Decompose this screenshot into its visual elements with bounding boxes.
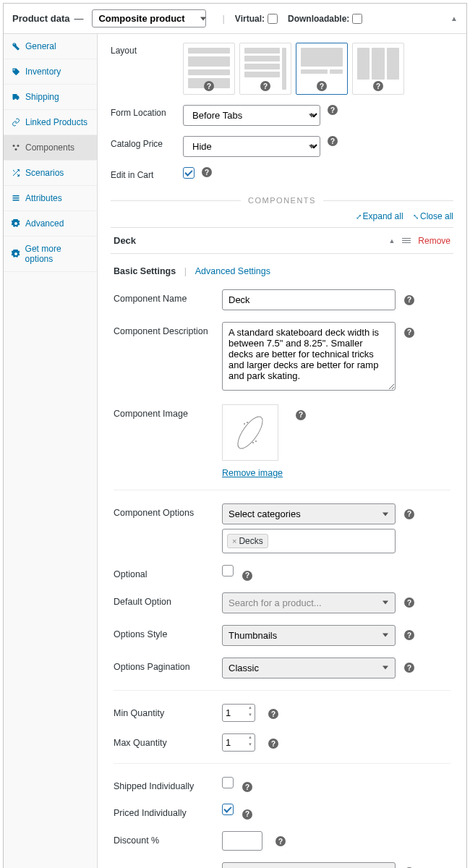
expand-all-link[interactable]: ⤢Expand all xyxy=(356,211,403,221)
svg-rect-3 xyxy=(13,195,20,197)
component-header[interactable]: Deck ▲ Remove xyxy=(111,228,453,254)
component-options-select[interactable]: Select categories xyxy=(222,503,396,524)
drag-handle-icon[interactable] xyxy=(402,238,411,243)
tab-shipping[interactable]: Shipping xyxy=(4,85,97,110)
svg-point-7 xyxy=(244,423,245,425)
discount-label: Discount % xyxy=(114,831,222,846)
gear-icon xyxy=(11,218,21,229)
product-type-select[interactable]: Composite product xyxy=(92,9,206,27)
tab-components[interactable]: Components xyxy=(4,135,97,161)
option-prices-label: Option Prices xyxy=(114,862,222,869)
component-deck: Deck ▲ Remove Basic Settings | Advanced … xyxy=(111,227,453,868)
layout-option-3[interactable]: ? xyxy=(296,43,348,95)
downloadable-toggle[interactable]: Downloadable: xyxy=(288,14,362,24)
remove-image-link[interactable]: Remove image xyxy=(222,468,283,478)
help-icon[interactable]: ? xyxy=(317,81,327,91)
help-icon[interactable]: ? xyxy=(328,136,338,146)
svg-rect-5 xyxy=(13,200,20,201)
help-icon[interactable]: ? xyxy=(296,410,306,420)
tab-scenarios[interactable]: Scenarios xyxy=(4,161,97,186)
stepper-down-icon[interactable]: ▼ xyxy=(247,742,254,750)
panel-header: Product data — Composite product | Virtu… xyxy=(4,4,466,34)
tab-advanced[interactable]: Advanced xyxy=(4,211,97,237)
help-icon[interactable]: ? xyxy=(242,782,252,792)
tab-get-more[interactable]: Get more options xyxy=(4,237,97,272)
stepper-up-icon[interactable]: ▲ xyxy=(247,735,254,743)
layout-option-4[interactable]: ? xyxy=(352,43,404,95)
move-up-icon[interactable]: ▲ xyxy=(388,237,395,244)
options-style-select[interactable]: Thumbnails xyxy=(222,625,396,646)
svg-point-2 xyxy=(15,148,17,150)
help-icon[interactable]: ? xyxy=(202,167,212,177)
product-data-panel: Product data — Composite product | Virtu… xyxy=(3,3,467,868)
help-icon[interactable]: ? xyxy=(275,836,286,846)
help-icon[interactable]: ? xyxy=(404,509,414,519)
collapse-panel-icon[interactable]: ▲ xyxy=(450,14,458,22)
link-icon xyxy=(11,117,21,127)
product-data-tabs: General Inventory Shipping Linked Produc… xyxy=(4,34,98,868)
layout-option-1[interactable]: ? xyxy=(183,43,235,95)
shipped-individually-label: Shipped Individually xyxy=(114,777,222,791)
option-prices-select[interactable]: Absolute xyxy=(222,862,396,869)
shuffle-icon xyxy=(11,168,21,178)
options-pagination-select[interactable]: Classic xyxy=(222,658,396,678)
help-icon[interactable]: ? xyxy=(242,809,252,820)
default-option-label: Default Option xyxy=(114,592,222,607)
help-icon[interactable]: ? xyxy=(404,328,414,338)
tab-linked-products[interactable]: Linked Products xyxy=(4,110,97,135)
form-location-label: Form Location xyxy=(111,105,183,118)
virtual-checkbox[interactable] xyxy=(268,14,278,24)
help-icon[interactable]: ? xyxy=(260,81,270,91)
help-icon[interactable]: ? xyxy=(328,105,338,115)
min-quantity-label: Min Quantity xyxy=(114,704,222,718)
category-tag-box[interactable]: ×Decks xyxy=(222,529,396,553)
basic-settings-tab[interactable]: Basic Settings xyxy=(114,266,176,276)
separator: | xyxy=(222,13,224,24)
virtual-toggle[interactable]: Virtual: xyxy=(235,14,278,24)
options-style-label: Options Style xyxy=(114,625,222,639)
tab-general[interactable]: General xyxy=(4,34,97,59)
tab-inventory[interactable]: Inventory xyxy=(4,59,97,85)
collapse-icon: ⤡ xyxy=(413,213,419,221)
help-icon[interactable]: ? xyxy=(404,597,414,608)
priced-individually-checkbox[interactable] xyxy=(222,804,234,815)
component-image-thumbnail[interactable] xyxy=(222,404,278,461)
component-image-label: Component Image xyxy=(114,404,222,419)
svg-point-0 xyxy=(13,145,15,147)
help-icon[interactable]: ? xyxy=(404,630,414,640)
edit-in-cart-checkbox[interactable] xyxy=(183,167,195,179)
remove-component-link[interactable]: Remove xyxy=(418,236,450,246)
remove-tag-icon[interactable]: × xyxy=(232,537,236,545)
discount-input[interactable] xyxy=(222,831,262,851)
stepper-down-icon[interactable]: ▼ xyxy=(247,712,254,720)
component-name-input[interactable] xyxy=(222,289,396,310)
wrench-icon xyxy=(11,41,21,51)
downloadable-checkbox[interactable] xyxy=(352,14,362,24)
close-all-link[interactable]: ⤡Close all xyxy=(413,211,453,221)
main-content: Layout ? ? ? ? xyxy=(98,34,466,868)
help-icon[interactable]: ? xyxy=(268,739,278,749)
optional-checkbox[interactable] xyxy=(222,565,234,576)
component-description-textarea[interactable]: A standard skateboard deck width is betw… xyxy=(222,322,396,391)
layout-label: Layout xyxy=(111,43,183,56)
layout-option-2[interactable]: ? xyxy=(239,43,291,95)
help-icon[interactable]: ? xyxy=(242,571,252,581)
catalog-price-select[interactable]: Hide xyxy=(183,136,320,157)
edit-in-cart-label: Edit in Cart xyxy=(111,167,183,180)
default-option-select[interactable]: Search for a product... xyxy=(222,592,396,613)
svg-rect-4 xyxy=(13,197,20,199)
shipped-individually-checkbox[interactable] xyxy=(222,777,234,788)
svg-point-10 xyxy=(255,441,257,442)
component-name-label: Component Name xyxy=(114,289,222,304)
help-icon[interactable]: ? xyxy=(373,81,383,91)
layout-options: ? ? ? ? xyxy=(183,43,404,95)
form-location-select[interactable]: Before Tabs xyxy=(183,105,320,126)
help-icon[interactable]: ? xyxy=(268,709,278,719)
stepper-up-icon[interactable]: ▲ xyxy=(247,705,254,713)
help-icon[interactable]: ? xyxy=(404,663,414,673)
tab-attributes[interactable]: Attributes xyxy=(4,186,97,211)
help-icon[interactable]: ? xyxy=(204,81,214,91)
components-divider: COMPONENTS xyxy=(111,195,453,205)
advanced-settings-tab[interactable]: Advanced Settings xyxy=(195,266,270,276)
help-icon[interactable]: ? xyxy=(404,295,414,305)
